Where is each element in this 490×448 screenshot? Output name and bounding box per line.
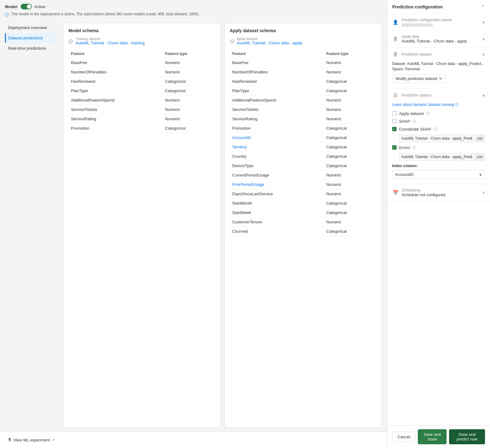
feature-cell: StartMonth (230, 199, 324, 208)
table-row: ChurnedCategorical (230, 227, 377, 236)
type-cell: Numeric (324, 217, 377, 227)
save-and-close-button[interactable]: Save and close (418, 429, 447, 444)
model-status-bar: Model: Active (5, 4, 382, 9)
prediction-dataset-info: Dataset: AutoML Tutorial - Churn data - … (392, 61, 485, 72)
view-experiment-button[interactable]: ⚗ View ML experiment ↗ (5, 436, 57, 444)
feature-cell: Churned (230, 227, 324, 236)
type-cell: Categorical (162, 124, 215, 133)
feature-cell: StartWeek (230, 208, 324, 217)
type-cell: Categorical (324, 142, 377, 152)
index-value: AccountID (395, 172, 414, 177)
model-dataset-name: AutoML Tutorial - Churn data - training (76, 41, 145, 45)
edit-icon: ✎ (439, 77, 442, 81)
apply-dataset-checkbox[interactable] (392, 111, 397, 116)
type-cell: Numeric (324, 114, 377, 124)
model-toggle[interactable] (21, 4, 32, 9)
type-cell: Categorical (324, 152, 377, 161)
coordinate-shap-input[interactable] (399, 135, 474, 142)
table-row: HasRenewedCategorical (230, 77, 377, 86)
modify-prediction-dataset-button[interactable]: Modify prediction dataset ✎ (392, 74, 446, 83)
apply-data-section: 🗄 Apply data AutoML Tutorial - Churn dat… (387, 31, 490, 47)
table-row: ServiceTicketsNumeric (68, 105, 215, 114)
table-row: PlanTypeCategorical (68, 86, 215, 96)
spacer (387, 201, 490, 425)
table-row: BaseFeeNumeric (68, 58, 215, 67)
type-cell: Numeric (324, 189, 377, 199)
type-cell: Categorical (324, 86, 377, 96)
type-cell: Categorical (324, 77, 377, 86)
save-and-predict-button[interactable]: Save and predict now (449, 429, 485, 444)
database-apply-icon: 🗄 (392, 36, 398, 42)
apply-col-type: Feature type (324, 50, 377, 58)
errors-info-icon: ⓘ (412, 145, 416, 150)
dataset-icon-right: 🗄 (392, 51, 398, 57)
collapse-icon[interactable]: ⌃ (481, 4, 485, 9)
prediction-options-label: Prediction options (402, 93, 480, 97)
prediction-dataset-chevron: ∧ (482, 52, 485, 57)
scheduling-icon: 📅 (392, 189, 398, 196)
option-errors: ✓ Errors ⓘ (392, 145, 485, 150)
sidebar-item-deployment-overview[interactable]: Deployment overview (5, 23, 56, 32)
table-row: StartWeekCategorical (230, 208, 377, 217)
scheduling-section: 📅 Scheduling Schedule not configured ∨ (387, 184, 490, 201)
sidebar-item-real-time-predictions[interactable]: Real-time predictions (5, 43, 56, 53)
model-dataset-ref: ⊙ Training dataset AutoML Tutorial - Chu… (68, 37, 215, 45)
cancel-button[interactable]: Cancel (392, 432, 415, 442)
type-cell: Numeric (324, 105, 377, 114)
sidebar-nav: Deployment overview Dataset predictions … (5, 23, 58, 431)
owner-label: Prediction configuration owner (402, 18, 480, 22)
type-cell: Categorical (324, 133, 377, 142)
apply-data-header[interactable]: 🗄 Apply data AutoML Tutorial - Churn dat… (387, 31, 490, 47)
index-column-select[interactable]: AccountID ∨ (392, 170, 485, 179)
modify-label: Modify prediction dataset (396, 77, 437, 81)
apply-dataset-name: AutoML Tutorial - Churn data - apply (237, 41, 302, 45)
feature-cell: NumberOfPenalties (68, 67, 162, 77)
learn-link[interactable]: Learn about dynamic dataset naming ⓘ (392, 102, 485, 107)
feature-cell: NumberOfPenalties (230, 67, 324, 77)
option-coordinate-shap: ✓ Coordinate SHAP ⓘ (392, 127, 485, 132)
apply-dataset-option-label: Apply dataset (399, 111, 424, 116)
errors-input[interactable] (399, 153, 474, 161)
coordinate-shap-checkbox[interactable]: ✓ (392, 127, 397, 131)
footer-buttons: Cancel Save and close Save and predict n… (387, 425, 490, 448)
apply-data-value: AutoML Tutorial - Churn data - apply (402, 39, 480, 43)
feature-cell: CurrentPeriodUsage (230, 171, 324, 180)
schemas-area: Model schema ⊙ Training dataset AutoML T… (63, 23, 382, 431)
info-bar: ⓘ The model in the deployment is active.… (5, 12, 382, 18)
type-cell: Categorical (162, 86, 215, 96)
errors-input-row: .csv (399, 153, 485, 161)
left-panel: Model: Active ⓘ The model in the deploym… (0, 0, 387, 448)
coordinate-shap-suffix: .csv (474, 135, 485, 142)
prediction-dataset-header[interactable]: 🗄 Prediction dataset ∧ (387, 47, 490, 61)
model-status: Active (34, 4, 45, 9)
feature-cell: AdditionalFeatureSpend (230, 96, 324, 105)
right-panel-header: Prediction configuration ⌃ (387, 0, 490, 14)
table-row: PromotionCategorical (68, 124, 215, 133)
type-cell: Categorical (324, 199, 377, 208)
sidebar-item-dataset-predictions[interactable]: Dataset predictions (5, 33, 56, 43)
apply-data-label: Apply data (402, 34, 480, 39)
shap-checkbox[interactable] (392, 119, 397, 123)
owner-section: 👤 Prediction configuration owner ∨ (387, 14, 490, 31)
type-cell: Categorical (324, 208, 377, 217)
owner-section-header[interactable]: 👤 Prediction configuration owner ∨ (387, 14, 490, 30)
errors-suffix: .csv (474, 153, 485, 161)
coordinate-shap-sub: .csv (399, 135, 485, 142)
apply-dataset-ref: ⊙ Apply dataset AutoML Tutorial - Churn … (230, 37, 377, 45)
prediction-options-header[interactable]: ☰ Prediction options ∧ (387, 88, 490, 102)
table-row: DeviceTypeCategorical (230, 161, 377, 171)
type-cell: Numeric (324, 58, 377, 67)
scheduling-chevron[interactable]: ∨ (482, 190, 485, 195)
model-schema-card: Model schema ⊙ Training dataset AutoML T… (63, 23, 221, 428)
model-dataset-label: Training dataset (76, 37, 145, 41)
external-link-icon: ↗ (52, 438, 55, 442)
errors-checkbox[interactable]: ✓ (392, 145, 397, 150)
feature-cell: HasRenewed (68, 77, 162, 86)
info-circle-icon: ⓘ (455, 102, 459, 107)
apply-database-icon: ⊙ (230, 38, 234, 45)
table-row: NumberOfPenaltiesNumeric (68, 67, 215, 77)
table-row: ServiceTicketsNumeric (230, 105, 377, 114)
table-row: TerritoryCategorical (230, 142, 377, 152)
right-panel-title: Prediction configuration (392, 4, 443, 9)
apply-dataset-info: Apply dataset AutoML Tutorial - Churn da… (237, 37, 302, 45)
